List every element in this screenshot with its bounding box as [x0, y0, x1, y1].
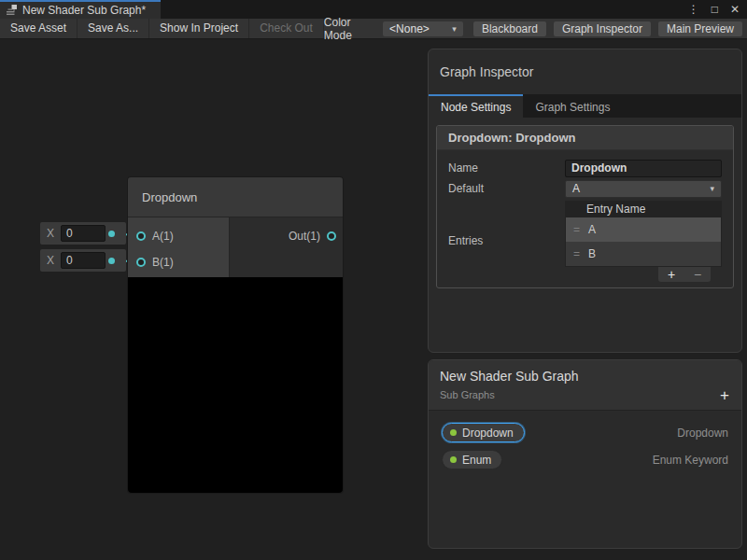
entries-list-footer: + − [565, 267, 722, 282]
property-color-dot-icon [450, 456, 457, 463]
input-port-row-b: B(1) [128, 249, 229, 275]
default-label: Default [448, 182, 565, 195]
port-icon-b[interactable] [136, 258, 146, 267]
connector-dot-icon[interactable] [108, 258, 115, 264]
node-settings-group: Dropdown: Dropdown Name Default A ▾ [436, 125, 734, 288]
toolbar: Save Asset Save As... Show In Project Ch… [0, 19, 747, 39]
inspector-header[interactable]: Graph Inspector [429, 49, 741, 94]
shader-graph-icon [5, 4, 18, 17]
entries-row: Entries Entry Name = A = B [448, 201, 722, 282]
default-row: Default A ▾ [448, 180, 722, 198]
inspector-title: Graph Inspector [440, 64, 533, 79]
entry-row-a[interactable]: = A [566, 217, 721, 242]
inspector-tab-strip: Node Settings Graph Settings [429, 94, 741, 118]
entries-label: Entries [448, 234, 565, 247]
graph-inspector-toggle-button[interactable]: Graph Inspector [554, 21, 651, 36]
property-row-enum: Enum Enum Keyword [442, 446, 728, 473]
blackboard-toggle-button[interactable]: Blackboard [473, 21, 546, 36]
inspector-content: Dropdown: Dropdown Name Default A ▾ [429, 118, 741, 296]
axis-x-label: X [47, 227, 54, 240]
entry-row-b[interactable]: = B [566, 242, 721, 266]
color-mode-value: <None> [389, 22, 430, 35]
node-preview [128, 277, 343, 493]
save-as-button[interactable]: Save As... [78, 19, 149, 38]
dropdown-node[interactable]: Dropdown A(1) B(1) Out(1) [128, 177, 343, 493]
blackboard-subtitle: Sub Graphs [440, 389, 730, 400]
blackboard-panel: New Shader Sub Graph Sub Graphs + Dropdo… [428, 359, 742, 549]
output-port-row: Out(1) [230, 223, 343, 249]
node-header[interactable]: Dropdown [128, 177, 343, 217]
default-value: A [572, 182, 580, 195]
name-row: Name [448, 159, 722, 177]
property-type-label: Dropdown [677, 427, 728, 440]
input-port-row-a: A(1) [128, 223, 229, 249]
add-entry-button[interactable]: + [668, 268, 675, 281]
entry-name-column-header: Entry Name [586, 203, 645, 216]
entries-list: Entry Name = A = B [565, 201, 722, 282]
property-pill-dropdown[interactable]: Dropdown [442, 423, 525, 442]
property-pill-enum[interactable]: Enum [442, 450, 502, 469]
node-title: Dropdown [142, 190, 197, 204]
node-settings-group-body: Name Default A ▾ Entries [437, 150, 733, 287]
toolbar-right-group: Color Mode <None> ▾ Blackboard Graph Ins… [324, 16, 742, 42]
node-settings-group-header: Dropdown: Dropdown [437, 126, 733, 150]
entry-name: B [588, 247, 596, 260]
value-field-b[interactable] [61, 252, 106, 269]
tab-graph-settings[interactable]: Graph Settings [523, 94, 622, 118]
input-widget-b: X [40, 249, 126, 272]
chevron-down-icon: ▾ [710, 184, 714, 193]
group-title: Dropdown: Dropdown [448, 131, 575, 145]
color-mode-dropdown[interactable]: <None> ▾ [383, 21, 463, 36]
add-property-button[interactable]: + [720, 387, 729, 403]
connector-dot-icon[interactable] [108, 231, 115, 237]
port-label-out: Out(1) [289, 230, 320, 243]
chevron-down-icon: ▾ [452, 24, 457, 34]
drag-handle-icon[interactable]: = [573, 247, 580, 260]
entry-name: A [588, 223, 596, 236]
property-row-dropdown: Dropdown Dropdown [442, 419, 728, 446]
save-asset-button[interactable]: Save Asset [0, 19, 78, 38]
node-input-column: A(1) B(1) [128, 217, 230, 277]
graph-inspector-panel: Graph Inspector Node Settings Graph Sett… [428, 49, 742, 353]
property-color-dot-icon [450, 429, 457, 436]
document-tab[interactable]: New Shader Sub Graph* [0, 0, 161, 19]
blackboard-header[interactable]: New Shader Sub Graph Sub Graphs + [429, 360, 741, 411]
port-icon-out[interactable] [327, 231, 336, 241]
port-icon-a[interactable] [136, 231, 146, 241]
blackboard-title: New Shader Sub Graph [440, 369, 730, 384]
property-name: Enum [462, 454, 491, 467]
color-mode-label: Color Mode [324, 16, 374, 42]
node-output-column: Out(1) [230, 217, 343, 277]
value-field-a[interactable] [61, 225, 106, 242]
name-input[interactable] [565, 160, 722, 177]
show-in-project-button[interactable]: Show In Project [149, 19, 249, 38]
drag-handle-icon[interactable]: = [573, 223, 580, 236]
input-widget-a: X [40, 222, 126, 245]
property-type-label: Enum Keyword [653, 454, 728, 467]
entries-list-header: Entry Name [565, 201, 722, 217]
main-preview-toggle-button[interactable]: Main Preview [658, 21, 742, 36]
check-out-button[interactable]: Check Out [249, 19, 324, 38]
port-label-b: B(1) [152, 256, 174, 269]
entries-list-body: = A = B [565, 217, 722, 267]
remove-entry-button[interactable]: − [694, 268, 701, 281]
blackboard-rows: Dropdown Dropdown Enum Enum Keyword [429, 411, 741, 473]
tab-title: New Shader Sub Graph* [22, 4, 146, 17]
axis-x-label: X [47, 254, 54, 267]
tab-node-settings[interactable]: Node Settings [429, 94, 523, 118]
property-name: Dropdown [462, 427, 514, 440]
node-body: A(1) B(1) Out(1) [128, 217, 343, 277]
name-label: Name [448, 161, 565, 175]
default-dropdown[interactable]: A ▾ [565, 180, 722, 198]
port-label-a: A(1) [152, 230, 174, 243]
